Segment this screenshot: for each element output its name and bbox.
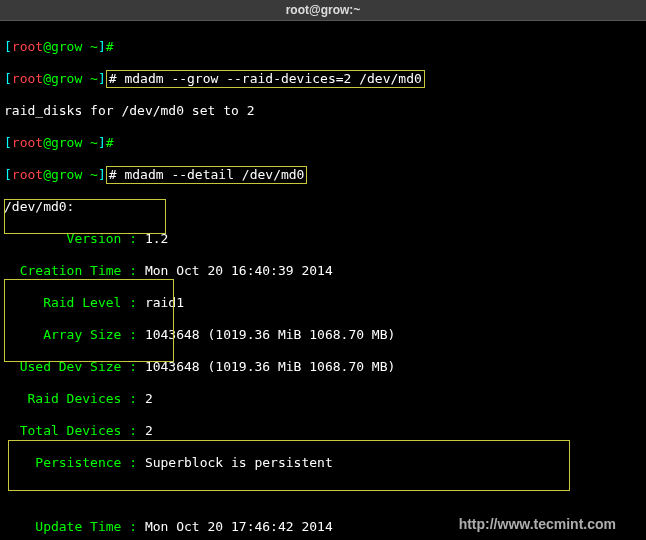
prompt-line-cmd2: [root@grow ~]# mdadm --detail /dev/md0 [4, 167, 642, 183]
cmd1-output: raid_disks for /dev/md0 set to 2 [4, 103, 642, 119]
creation-line: Creation Time : Mon Oct 20 16:40:39 2014 [4, 263, 642, 279]
highlight-cmd2: # mdadm --detail /dev/md0 [106, 166, 308, 184]
window-title: root@grow:~ [286, 3, 361, 17]
window-title-bar: root@grow:~ [0, 0, 646, 21]
highlight-cmd1: # mdadm --grow --raid-devices=2 /dev/md0 [106, 70, 425, 88]
update-line: Update Time : Mon Oct 20 17:46:42 2014 [4, 519, 642, 535]
useddev-line: Used Dev Size : 1043648 (1019.36 MiB 106… [4, 359, 642, 375]
terminal-area[interactable]: [root@grow ~]# [root@grow ~]# mdadm --gr… [0, 21, 646, 540]
arraysize-line: Array Size : 1043648 (1019.36 MiB 1068.7… [4, 327, 642, 343]
raiddevices-line: Raid Devices : 2 [4, 391, 642, 407]
prompt-line-cmd1: [root@grow ~]# mdadm --grow --raid-devic… [4, 71, 642, 87]
version-line: Version : 1.2 [4, 231, 642, 247]
prompt-line-empty: [root@grow ~]# [4, 39, 642, 55]
persistence-line: Persistence : Superblock is persistent [4, 455, 642, 471]
raidlevel-line: Raid Level : raid1 [4, 295, 642, 311]
blank-1 [4, 487, 642, 503]
prompt-line-empty-2: [root@grow ~]# [4, 135, 642, 151]
device-line: /dev/md0: [4, 199, 642, 215]
totaldevices-line: Total Devices : 2 [4, 423, 642, 439]
